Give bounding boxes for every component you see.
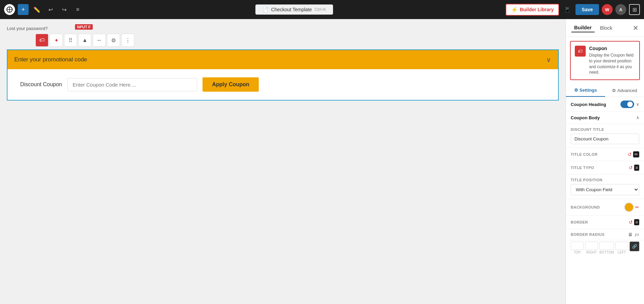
border-radius-left-input[interactable]: [615, 242, 628, 250]
block-more-button[interactable]: ⋮: [121, 34, 134, 47]
template-icon: 📄: [263, 7, 268, 12]
main-layout: Lost your password? NPUT F 🏷 ✦ ⠿ ▲ ↔ ⚙ ⋮…: [0, 19, 644, 304]
coupon-code-input[interactable]: [68, 78, 197, 91]
block-transform-button[interactable]: ✦: [50, 34, 63, 47]
astra-icon: A: [615, 4, 626, 15]
coupon-heading-toggle[interactable]: [620, 101, 634, 108]
border-radius-link-button[interactable]: 🔗: [630, 242, 639, 251]
coupon-heading-bar[interactable]: Enter your promotional code ∨: [8, 50, 558, 69]
coupon-heading-section[interactable]: Coupon Heading ∨: [566, 97, 644, 112]
list-view-button[interactable]: ≡: [72, 4, 83, 15]
title-position-select[interactable]: With Coupon Field Above Coupon Field Hid…: [571, 184, 639, 195]
block-icon-button[interactable]: 🏷: [35, 34, 48, 47]
title-position-label: TITLE POSITION: [571, 178, 639, 182]
title-color-actions: ↺ ✏: [628, 151, 639, 157]
topbar-right: ⚡ Builder Library 📱 Save W A ⊞: [506, 4, 640, 16]
border-radius-right-label: RIGHT: [586, 250, 597, 254]
canvas-area: Lost your password? NPUT F 🏷 ✦ ⠿ ▲ ↔ ⚙ ⋮…: [0, 19, 566, 304]
settings-tab-label: Settings: [580, 88, 597, 93]
woo-icon: W: [602, 4, 613, 15]
builder-library-button[interactable]: ⚡ Builder Library: [506, 4, 559, 16]
border-radius-monitor-icon: 🖥: [628, 232, 633, 237]
coupon-info-card: 🏷 Coupon Display the Coupon field to you…: [570, 41, 640, 80]
discount-title-input[interactable]: [571, 134, 639, 144]
preview-button[interactable]: 📱: [562, 4, 573, 15]
title-typo-reset-icon[interactable]: ↺: [629, 165, 633, 170]
template-label: Checkout Template: [271, 7, 312, 12]
border-radius-label: BORDER RADIUS: [571, 232, 626, 237]
border-radius-bottom-input[interactable]: [599, 242, 614, 250]
title-position-group: TITLE POSITION With Coupon Field Above C…: [566, 174, 644, 199]
tab-advanced[interactable]: ⚙ Advanced: [605, 84, 644, 97]
coupon-body-chevron-icon: ∨: [636, 116, 639, 120]
save-button[interactable]: Save: [575, 4, 599, 15]
topbar-center: 📄 Checkout Template Ctrl+K: [86, 4, 503, 15]
title-color-label: TITLE COLOR: [571, 152, 598, 156]
border-radius-bottom-label: BOTTOM: [599, 250, 614, 254]
coupon-card-content: Coupon Display the Coupon field to your …: [589, 46, 635, 75]
panel-tab-builder[interactable]: Builder: [571, 23, 595, 32]
template-button[interactable]: 📄 Checkout Template Ctrl+K: [255, 4, 333, 15]
discount-title-field-label: DISCOUNT TITLE: [571, 127, 639, 132]
panel-close-button[interactable]: ✕: [633, 24, 639, 32]
border-radius-top-label: TOP: [574, 250, 581, 254]
border-radius-inputs: TOP RIGHT BOTTOM LEFT 🔗: [566, 240, 644, 257]
block-move-up-button[interactable]: ▲: [78, 34, 91, 47]
advanced-icon: ⚙: [612, 88, 616, 93]
coupon-heading-chevron-icon: ∨: [636, 102, 639, 107]
coupon-card-desc: Display the Coupon field to your desired…: [589, 52, 635, 75]
border-edit-icon[interactable]: ≡: [634, 219, 639, 225]
border-radius-top-input[interactable]: [571, 242, 584, 250]
tab-settings[interactable]: ⚙ Settings: [566, 84, 605, 97]
block-toolbar: NPUT F 🏷 ✦ ⠿ ▲ ↔ ⚙ ⋮: [7, 34, 559, 47]
border-radius-row: BORDER RADIUS 🖥 px: [566, 229, 644, 240]
coupon-body: Discount Coupon Apply Coupon: [8, 69, 558, 100]
coupon-chevron-icon: ∨: [546, 56, 551, 64]
add-block-button[interactable]: +: [18, 4, 29, 15]
panel-header: Builder Block ✕: [566, 19, 644, 37]
title-typo-row: TITLE TYPO ↺ ≡: [566, 161, 644, 174]
coupon-card-title: Coupon: [589, 46, 635, 51]
block-settings-button[interactable]: ⚙: [107, 34, 120, 47]
background-edit-icon[interactable]: ✏: [635, 204, 639, 210]
undo-button[interactable]: ↩: [45, 4, 56, 15]
right-panel: Builder Block ✕ 🏷 Coupon Display the Cou…: [566, 19, 644, 304]
redo-button[interactable]: ↪: [59, 4, 70, 15]
border-row: BORDER ↺ ≡: [566, 216, 644, 229]
title-color-reset-icon[interactable]: ↺: [628, 152, 632, 157]
border-radius-right-input[interactable]: [585, 242, 598, 250]
title-color-row: TITLE COLOR ↺ ✏: [566, 148, 644, 161]
builder-library-label: Builder Library: [520, 7, 554, 12]
border-reset-icon[interactable]: ↺: [629, 219, 633, 225]
title-typo-edit-icon[interactable]: ≡: [634, 165, 639, 171]
coupon-body-section[interactable]: Coupon Body ∨: [566, 112, 644, 124]
block-drag-button[interactable]: ⠿: [64, 34, 77, 47]
block-type-tag: NPUT F: [75, 24, 93, 30]
border-radius-left-cell: LEFT: [615, 242, 628, 254]
coupon-heading-label: Coupon Heading: [571, 102, 606, 107]
title-typo-actions: ↺ ≡: [629, 165, 639, 171]
border-radius-bottom-cell: BOTTOM: [599, 242, 614, 254]
border-radius-top-cell: TOP: [571, 242, 584, 254]
border-radius-left-label: LEFT: [618, 250, 626, 254]
coupon-heading-text: Enter your promotional code: [14, 56, 87, 63]
block-align-button[interactable]: ↔: [93, 34, 106, 47]
discount-title-group: DISCOUNT TITLE: [566, 124, 644, 148]
background-label: BACKGROUND: [571, 205, 600, 209]
discount-coupon-label: Discount Coupon: [14, 81, 62, 88]
settings-icon[interactable]: ⊞: [629, 4, 640, 15]
coupon-card-icon: 🏷: [575, 46, 586, 57]
border-radius-unit: px: [635, 232, 639, 237]
apply-coupon-button[interactable]: Apply Coupon: [203, 77, 259, 92]
topbar: + ✏️ ↩ ↪ ≡ 📄 Checkout Template Ctrl+K ⚡ …: [0, 0, 644, 19]
coupon-body-label: Coupon Body: [571, 115, 600, 120]
title-color-edit-icon[interactable]: ✏: [633, 151, 639, 157]
template-shortcut: Ctrl+K: [315, 7, 326, 12]
advanced-tab-label: Advanced: [617, 88, 637, 93]
edit-button[interactable]: ✏️: [31, 4, 42, 15]
coupon-widget: Enter your promotional code ∨ Discount C…: [7, 49, 559, 101]
border-radius-right-cell: RIGHT: [585, 242, 598, 254]
panel-tab-block[interactable]: Block: [597, 24, 615, 32]
background-color-button[interactable]: [624, 202, 634, 212]
builder-library-icon: ⚡: [511, 6, 518, 13]
